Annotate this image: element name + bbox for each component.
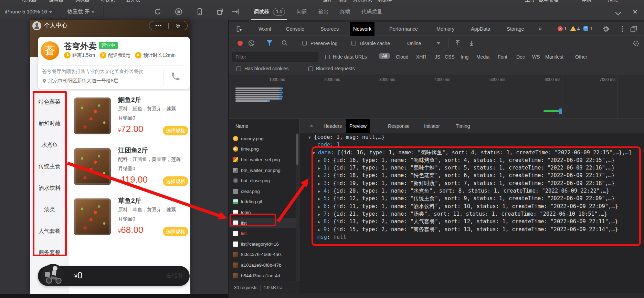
- menu-item[interactable]: 云开发: [126, 0, 140, 3]
- choose-spec-button[interactable]: 选择规格: [163, 176, 188, 186]
- json-array-item[interactable]: ▶3: {id: 19, type: 1, name: "新鲜时蔬", sort…: [299, 179, 644, 187]
- more-icon[interactable]: •••: [149, 23, 168, 28]
- request-row[interactable]: b544d3ba-a1ae-4d.: [229, 270, 299, 281]
- menu-item[interactable]: 消息: [608, 0, 617, 3]
- menu-item[interactable]: 模拟器: [22, 0, 36, 3]
- json-data-line[interactable]: ▼data: [{id: 16, type: 1, name: "蜀味烤鱼", …: [299, 149, 644, 156]
- refresh-icon[interactable]: [154, 8, 162, 16]
- message-badge-icon[interactable]: [583, 26, 588, 31]
- request-row[interactable]: money.png: [229, 133, 299, 144]
- collapse-chevron-icon[interactable]: [615, 10, 621, 16]
- timeline-scrubber-handle[interactable]: [559, 109, 562, 114]
- hot-reload-toggle[interactable]: 热重载 开: [67, 3, 94, 20]
- record-icon[interactable]: [237, 41, 243, 46]
- blocked-requests-checkbox[interactable]: [308, 66, 313, 71]
- import-har-icon[interactable]: [454, 40, 463, 48]
- devtools-tab[interactable]: Sources: [317, 22, 342, 36]
- resource-type-filter[interactable]: Font: [498, 51, 507, 63]
- close-icon[interactable]: ×: [633, 6, 637, 18]
- name-column-header[interactable]: Name: [229, 119, 299, 133]
- json-array-item[interactable]: ▶9: {id: 15, type: 2, name: "商务套餐", sort…: [299, 226, 644, 233]
- network-overview-timeline[interactable]: 1000 ms2000 ms3000 ms4000 ms5000 ms6000 …: [229, 74, 644, 119]
- filter-funnel-icon[interactable]: [266, 40, 274, 48]
- category-item[interactable]: 传统主食: [30, 156, 69, 178]
- menu-item[interactable]: 预览: [338, 0, 348, 3]
- warning-badge-icon[interactable]: [570, 26, 576, 31]
- hide-data-urls-checkbox[interactable]: [325, 55, 330, 59]
- detail-tab[interactable]: Response: [385, 119, 413, 133]
- detail-tab[interactable]: Timing: [453, 119, 473, 133]
- clear-icon[interactable]: [248, 40, 256, 48]
- phone-device-icon[interactable]: [196, 8, 204, 16]
- collapsed-icon[interactable]: ▶: [318, 211, 324, 218]
- category-item[interactable]: 商务套餐: [30, 242, 69, 264]
- devtools-tab[interactable]: Wxml: [255, 22, 274, 36]
- choose-spec-button[interactable]: 选择规格: [163, 126, 188, 135]
- category-item[interactable]: 水煮鱼: [30, 134, 69, 156]
- dock-debugger-icon[interactable]: [231, 8, 240, 16]
- devtools-tab[interactable]: Console: [283, 22, 307, 36]
- menu-item[interactable]: 真机调试: [353, 0, 372, 3]
- resource-type-filter[interactable]: XHR: [416, 51, 426, 63]
- call-phone-icon[interactable]: [170, 71, 181, 82]
- resource-type-filter[interactable]: Doc: [516, 51, 525, 63]
- json-root-line[interactable]: ▼{code: 1, msg: null,…}: [299, 133, 644, 141]
- tab-debugger[interactable]: 调试器: [254, 3, 269, 20]
- stop-icon[interactable]: [175, 8, 183, 16]
- scrollbar[interactable]: [296, 133, 299, 281]
- json-array-item[interactable]: ▶1: {id: 17, type: 1, name: "蜀味牛蛙", sort…: [299, 164, 644, 172]
- debugger-panel-tab[interactable]: 输出: [318, 3, 329, 20]
- request-row[interactable]: but_close.png: [229, 175, 299, 186]
- resource-type-filter[interactable]: Img: [461, 51, 468, 63]
- debugger-panel-tab[interactable]: 问题: [297, 3, 307, 20]
- json-array-item[interactable]: ▶6: {id: 11, type: 1, name: "酒水饮料", sort…: [299, 203, 644, 210]
- json-array-item[interactable]: ▶4: {id: 20, type: 1, name: "水煮鱼", sort:…: [299, 187, 644, 195]
- choose-spec-button[interactable]: 选择规格: [163, 227, 188, 236]
- export-har-icon[interactable]: [468, 40, 476, 48]
- request-row[interactable]: list: [229, 228, 299, 239]
- error-badge-icon[interactable]: ×: [558, 26, 563, 31]
- request-row[interactable]: 8cfcc576-4b66-4a0.: [229, 249, 299, 260]
- devtools-tab[interactable]: Storage: [504, 22, 527, 36]
- resource-type-filter[interactable]: Media: [476, 51, 489, 63]
- json-array-item[interactable]: ▶7: {id: 21, type: 1, name: "汤类", sort: …: [299, 210, 644, 218]
- debugger-panel-tab[interactable]: 代码质量: [361, 3, 382, 20]
- menu-item[interactable]: 调试器: [75, 0, 89, 3]
- collapsed-icon[interactable]: ▶: [318, 157, 324, 165]
- collapsed-icon[interactable]: ▶: [318, 180, 324, 188]
- menu-item[interactable]: 清缓存: [377, 0, 392, 3]
- request-row[interactable]: clear.png: [229, 186, 299, 197]
- expanded-icon[interactable]: ▼: [308, 134, 314, 142]
- menu-item[interactable]: 上传: [525, 0, 535, 3]
- json-array-item[interactable]: ▶2: {id: 18, type: 1, name: "特色蒸菜", sort…: [299, 172, 644, 179]
- throttling-select[interactable]: Online: [407, 36, 421, 51]
- gear-icon[interactable]: [602, 25, 611, 33]
- category-item[interactable]: 汤类: [30, 199, 69, 221]
- user-avatar-icon[interactable]: [32, 21, 41, 30]
- detail-tab[interactable]: Preview: [346, 119, 370, 133]
- collapsed-icon[interactable]: ▶: [318, 172, 324, 180]
- menu-item[interactable]: 编辑器: [49, 0, 63, 3]
- resource-type-filter[interactable]: WS: [532, 51, 540, 63]
- devtools-tab[interactable]: Memory: [433, 22, 457, 36]
- close-detail-icon[interactable]: ×: [310, 119, 313, 133]
- debugger-panel-tab[interactable]: 终端: [340, 3, 350, 20]
- checkout-button[interactable]: 去结算: [166, 271, 183, 279]
- disable-cache-checkbox[interactable]: [351, 41, 356, 45]
- json-array-item[interactable]: ▶8: {id: 13, type: 2, name: "人气套餐", sort…: [299, 218, 644, 225]
- filter-all-pill[interactable]: All: [379, 53, 390, 59]
- expanded-icon[interactable]: ▼: [313, 150, 318, 157]
- devtools-tab[interactable]: AppData: [468, 22, 493, 36]
- devtools-tab[interactable]: Network: [350, 22, 374, 36]
- category-item[interactable]: 新鲜时蔬: [30, 113, 69, 135]
- devtools-tab[interactable]: Performance: [386, 22, 421, 36]
- undock-window-icon[interactable]: [630, 25, 638, 33]
- request-row[interactable]: btn_waiter_sel.png: [229, 154, 299, 165]
- request-row[interactable]: lodding.gif: [229, 197, 299, 207]
- request-row[interactable]: list: [229, 218, 299, 228]
- filter-input[interactable]: Filter: [232, 52, 318, 62]
- collapsed-icon[interactable]: ▶: [318, 218, 324, 226]
- category-item[interactable]: 特色蒸菜: [30, 91, 69, 113]
- kebab-menu-icon[interactable]: [619, 25, 627, 33]
- collapsed-icon[interactable]: ▶: [318, 165, 324, 172]
